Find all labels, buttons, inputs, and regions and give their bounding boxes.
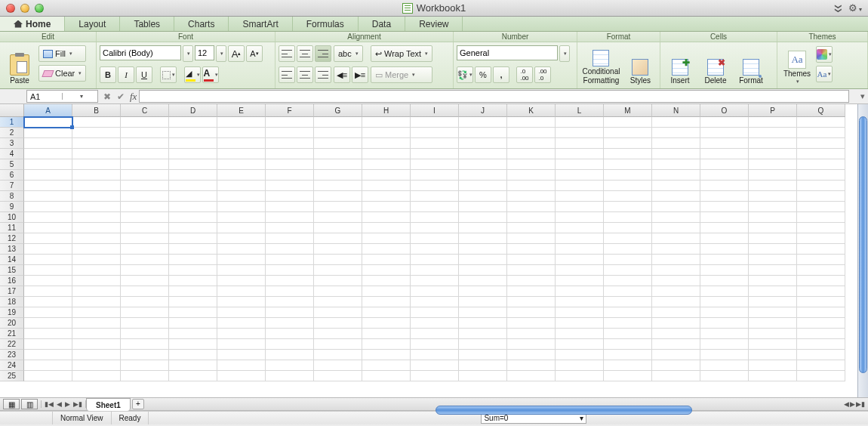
cell[interactable] <box>266 307 314 318</box>
cell[interactable] <box>217 128 266 138</box>
scroll-end-button[interactable]: ▶▮ <box>856 400 865 408</box>
cell[interactable] <box>411 128 459 138</box>
cell[interactable] <box>700 318 749 329</box>
tab-charts[interactable]: Charts <box>174 17 229 31</box>
align-center-button[interactable] <box>297 66 313 83</box>
cell[interactable] <box>749 212 797 223</box>
column-header[interactable]: J <box>459 104 507 117</box>
fill-color-button[interactable]: ◢ <box>184 66 201 83</box>
cell[interactable] <box>411 286 459 297</box>
cell[interactable] <box>459 159 507 170</box>
row-header[interactable]: 18 <box>0 297 24 307</box>
column-header[interactable]: F <box>266 104 314 117</box>
cell[interactable] <box>169 159 217 170</box>
cell[interactable] <box>797 371 845 381</box>
cell[interactable] <box>169 149 217 159</box>
cell[interactable] <box>604 350 652 360</box>
cell[interactable] <box>24 191 72 202</box>
cell[interactable] <box>604 149 652 159</box>
cell[interactable] <box>314 138 362 149</box>
cell[interactable] <box>459 265 507 276</box>
cell[interactable] <box>700 371 749 381</box>
cell[interactable] <box>652 191 700 202</box>
cell[interactable] <box>797 255 845 265</box>
row-header[interactable]: 13 <box>0 244 24 255</box>
decrease-decimal-button[interactable]: .00.0 <box>534 66 551 83</box>
cell[interactable] <box>362 233 411 244</box>
cell[interactable] <box>314 212 362 223</box>
cell[interactable] <box>362 276 411 286</box>
align-bottom-button[interactable] <box>315 45 331 62</box>
cell[interactable] <box>362 307 411 318</box>
cell[interactable] <box>362 181 411 191</box>
cell[interactable] <box>700 128 749 138</box>
delete-button[interactable]: ✖ Delete <box>699 44 732 86</box>
cell[interactable] <box>797 223 845 233</box>
cell[interactable] <box>217 233 266 244</box>
cell[interactable] <box>121 329 169 339</box>
cell[interactable] <box>72 350 121 360</box>
cell[interactable] <box>652 181 700 191</box>
cell[interactable] <box>556 159 604 170</box>
prev-sheet-button[interactable]: ◀ <box>57 400 62 408</box>
cell[interactable] <box>72 191 121 202</box>
align-left-button[interactable] <box>279 66 295 83</box>
cell[interactable] <box>652 233 700 244</box>
cell[interactable] <box>121 360 169 371</box>
cell[interactable] <box>604 360 652 371</box>
cell[interactable] <box>797 307 845 318</box>
cell[interactable] <box>266 339 314 350</box>
cell[interactable] <box>266 181 314 191</box>
cell[interactable] <box>749 233 797 244</box>
cell[interactable] <box>169 212 217 223</box>
cell[interactable] <box>652 212 700 223</box>
cell[interactable] <box>72 223 121 233</box>
cell[interactable] <box>556 128 604 138</box>
cell[interactable] <box>411 159 459 170</box>
cell[interactable] <box>411 297 459 307</box>
cell[interactable] <box>314 265 362 276</box>
cell[interactable] <box>362 255 411 265</box>
cell[interactable] <box>604 202 652 212</box>
cell[interactable] <box>24 255 72 265</box>
cell[interactable] <box>72 212 121 223</box>
column-header[interactable]: H <box>362 104 411 117</box>
cell[interactable] <box>797 117 845 128</box>
cell[interactable] <box>169 371 217 381</box>
cell[interactable] <box>314 202 362 212</box>
increase-decimal-button[interactable]: .0.00 <box>516 66 533 83</box>
cell[interactable] <box>749 339 797 350</box>
cell[interactable] <box>459 202 507 212</box>
cell[interactable] <box>266 212 314 223</box>
cell[interactable] <box>72 329 121 339</box>
cell[interactable] <box>604 371 652 381</box>
cell[interactable] <box>749 149 797 159</box>
cells-area[interactable] <box>24 117 857 397</box>
cell[interactable] <box>797 138 845 149</box>
cell[interactable] <box>507 276 556 286</box>
cell[interactable] <box>266 244 314 255</box>
cell[interactable] <box>72 255 121 265</box>
column-header[interactable]: E <box>217 104 266 117</box>
cell[interactable] <box>266 117 314 128</box>
formula-input[interactable] <box>139 90 849 103</box>
formula-expand-icon[interactable]: ▾ <box>860 91 868 101</box>
cell[interactable] <box>121 128 169 138</box>
cell[interactable] <box>797 329 845 339</box>
cell[interactable] <box>652 297 700 307</box>
cell[interactable] <box>217 297 266 307</box>
cell[interactable] <box>556 170 604 181</box>
cell[interactable] <box>266 128 314 138</box>
cell[interactable] <box>749 265 797 276</box>
row-header[interactable]: 19 <box>0 307 24 318</box>
cell[interactable] <box>797 339 845 350</box>
cell[interactable] <box>749 202 797 212</box>
cell[interactable] <box>459 297 507 307</box>
cell[interactable] <box>556 244 604 255</box>
cell[interactable] <box>652 276 700 286</box>
cell[interactable] <box>507 138 556 149</box>
cell[interactable] <box>411 244 459 255</box>
cell[interactable] <box>700 265 749 276</box>
cell[interactable] <box>700 360 749 371</box>
cell[interactable] <box>266 170 314 181</box>
